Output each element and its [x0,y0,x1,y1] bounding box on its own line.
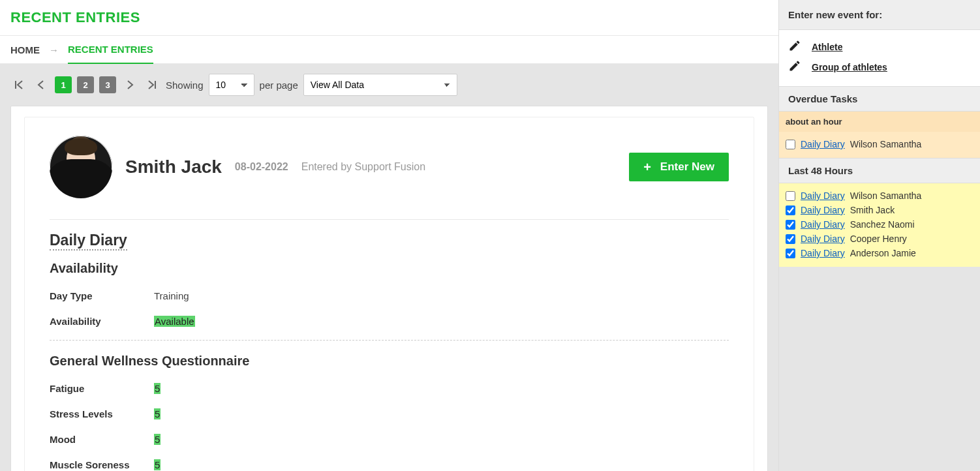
task-row: Daily Diary Smith Jack [786,203,973,217]
stress-label: Stress Levels [50,408,154,419]
daily-diary-link[interactable]: Daily Diary [50,232,127,251]
task-link[interactable]: Daily Diary [801,205,845,215]
wellness-heading: General Wellness Questionnaire [50,354,729,369]
last-page-icon[interactable] [144,76,161,93]
breadcrumb-current[interactable]: RECENT ENTRIES [68,44,153,65]
pencil-icon [788,59,801,74]
pagination-toolbar: 1 2 3 Showing 10 per page View All Data [0,64,778,106]
divider-dashed [50,340,729,341]
entry-date: 08-02-2022 [235,161,288,173]
task-checkbox[interactable] [786,205,795,215]
task-row: Daily Diary Wilson Samantha [786,137,973,151]
per-page-label: per page [260,80,298,91]
breadcrumb-home[interactable]: HOME [10,44,40,55]
plus-icon: + [643,160,651,175]
availability-label: Availability [50,316,154,327]
task-person: Sanchez Naomi [850,219,915,230]
enter-event-athlete[interactable]: Athlete [788,37,971,57]
pencil-icon [788,39,801,54]
task-link[interactable]: Daily Diary [801,219,845,230]
task-checkbox[interactable] [786,249,795,258]
task-checkbox[interactable] [786,140,795,149]
task-checkbox[interactable] [786,234,795,244]
avatar [50,136,112,198]
task-person: Wilson Samantha [850,139,922,149]
task-checkbox[interactable] [786,191,795,201]
overdue-heading: Overdue Tasks [779,86,980,112]
availability-heading: Availability [50,261,729,276]
breadcrumb: HOME → RECENT ENTRIES [0,35,778,64]
enter-event-athlete-label: Athlete [812,42,842,52]
showing-label: Showing [166,80,204,91]
task-link[interactable]: Daily Diary [801,234,845,244]
mood-value: 5 [154,434,161,445]
enter-new-label: Enter New [660,160,714,174]
fatigue-label: Fatigue [50,383,154,394]
task-row: Daily Diary Sanchez Naomi [786,217,973,232]
first-page-icon[interactable] [10,76,27,93]
page-1-button[interactable]: 1 [55,76,72,93]
per-page-select[interactable]: 10 [209,74,254,96]
task-person: Smith Jack [850,205,895,215]
next-page-icon[interactable] [121,76,138,93]
soreness-label: Muscle Soreness [50,459,154,470]
prev-page-icon[interactable] [33,76,50,93]
task-person: Cooper Henry [850,234,907,244]
overdue-tasks-list: Daily Diary Wilson Samantha [779,132,980,158]
enter-event-group[interactable]: Group of athletes [788,57,971,77]
day-type-label: Day Type [50,290,154,301]
task-link[interactable]: Daily Diary [801,139,845,149]
stress-value: 5 [154,408,161,419]
entry-name: Smith Jack [125,157,222,177]
mood-label: Mood [50,434,154,445]
recent-tasks-list: Daily Diary Wilson Samantha Daily Diary … [779,183,980,267]
task-person: Anderson Jamie [850,248,916,258]
entry-entered-by: Entered by Support Fusion [301,161,425,173]
availability-value: Available [154,316,195,327]
page-2-button[interactable]: 2 [77,76,94,93]
task-link[interactable]: Daily Diary [801,190,845,201]
soreness-value: 5 [154,459,161,470]
enter-event-group-label: Group of athletes [812,62,887,72]
view-filter-select[interactable]: View All Data [303,74,457,96]
task-row: Daily Diary Cooper Henry [786,232,973,246]
task-row: Daily Diary Wilson Samantha [786,189,973,203]
enter-event-heading: Enter new event for: [779,0,980,30]
task-person: Wilson Samantha [850,190,922,201]
task-checkbox[interactable] [786,220,795,230]
last48-heading: Last 48 Hours [779,158,980,183]
enter-new-button[interactable]: + Enter New [629,153,729,181]
task-link[interactable]: Daily Diary [801,248,845,258]
day-type-value: Training [154,290,189,301]
overdue-subheading: about an hour [779,112,980,132]
page-title: RECENT ENTRIES [0,0,778,35]
entry-card: Smith Jack 08-02-2022 Entered by Support… [10,106,768,471]
page-3-button[interactable]: 3 [99,76,116,93]
fatigue-value: 5 [154,383,161,394]
task-row: Daily Diary Anderson Jamie [786,246,973,260]
divider [50,219,729,220]
breadcrumb-separator-icon: → [49,44,59,55]
